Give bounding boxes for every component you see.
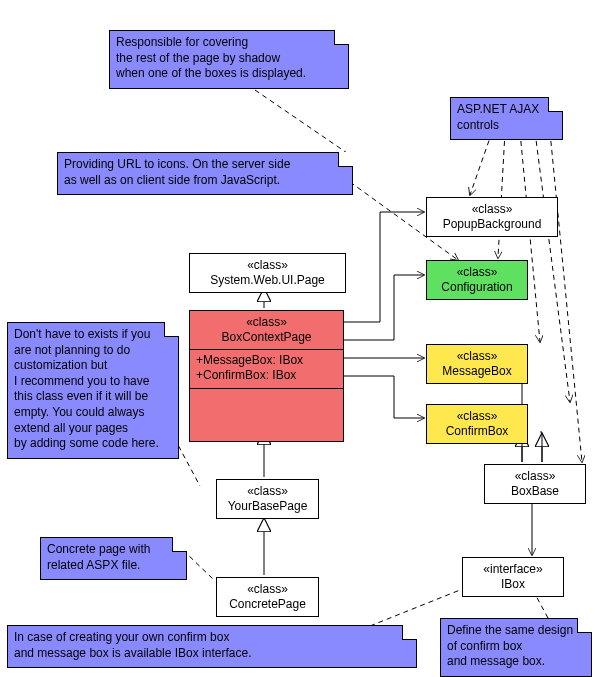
note-fold-icon [577, 618, 592, 633]
class-name: YourBasePage [223, 499, 312, 514]
class-attribute-text: +MessageBox: IBox+ConfirmBox: IBox [196, 353, 303, 382]
note-fold-icon [334, 30, 349, 45]
svg-line-10 [183, 550, 214, 580]
note-text: Providing URL to icons. On the server si… [64, 157, 290, 187]
note-aspx: Concrete page withrelated ASPX file. [40, 537, 187, 580]
svg-line-14 [498, 132, 505, 258]
svg-line-7 [255, 90, 350, 155]
class-name: IBox [469, 577, 557, 592]
class-boxcontextpage: «class» BoxContextPage +MessageBox: IBox… [189, 310, 344, 442]
stereotype: «class» [491, 469, 579, 484]
note-ibox: In case of creating your own confirm box… [7, 625, 417, 668]
stereotype: «class» [433, 349, 521, 364]
note-text: Responsible for coveringthe rest of the … [116, 35, 306, 80]
note-fold-icon [338, 152, 353, 167]
note-design: Define the same designof confirm boxand … [440, 618, 592, 677]
note-customization: Don't have to exists if youare not plann… [7, 322, 179, 459]
class-yourbasepage: «class» YourBasePage [216, 479, 319, 519]
class-name: Configuration [433, 280, 521, 295]
note-fold-icon [548, 97, 563, 112]
note-shadow: Responsible for coveringthe rest of the … [109, 30, 349, 89]
interface-ibox: «interface» IBox [462, 557, 564, 597]
class-name: ConfirmBox [433, 424, 521, 439]
class-boxbase: «class» BoxBase [484, 464, 586, 504]
note-fold-icon [164, 322, 179, 337]
note-fold-icon [172, 537, 187, 552]
class-name: BoxContextPage [196, 330, 337, 345]
note-fold-icon [402, 625, 417, 640]
svg-line-15 [520, 132, 540, 342]
class-system-page: «class» System.Web.UI.Page [189, 253, 346, 293]
stereotype: «class» [196, 258, 339, 273]
note-text: Concrete page withrelated ASPX file. [47, 542, 150, 572]
note-text: Don't have to exists if youare not plann… [14, 327, 159, 450]
stereotype: «interface» [469, 562, 557, 577]
svg-line-12 [535, 594, 548, 618]
svg-line-13 [470, 132, 492, 195]
class-name: PopupBackground [433, 217, 551, 232]
class-name: ConcretePage [223, 597, 312, 612]
stereotype: «class» [196, 315, 337, 330]
stereotype: «class» [433, 202, 551, 217]
class-configuration: «class» Configuration [426, 260, 528, 300]
class-name: BoxBase [491, 484, 579, 499]
note-text: ASP.NET AJAXcontrols [457, 102, 539, 132]
note-ajax: ASP.NET AJAXcontrols [450, 97, 563, 140]
class-name: MessageBox [433, 364, 521, 379]
note-text: In case of creating your own confirm box… [14, 630, 251, 660]
note-icons: Providing URL to icons. On the server si… [57, 152, 353, 195]
stereotype: «class» [223, 582, 312, 597]
class-confirmbox: «class» ConfirmBox [426, 404, 528, 444]
stereotype: «class» [433, 409, 521, 424]
class-concretepage: «class» ConcretePage [216, 577, 319, 617]
class-attributes: +MessageBox: IBox+ConfirmBox: IBox [190, 349, 343, 388]
class-messagebox: «class» MessageBox [426, 344, 528, 384]
class-operations [190, 388, 343, 441]
note-text: Define the same designof confirm boxand … [447, 623, 573, 668]
stereotype: «class» [433, 265, 521, 280]
class-name: System.Web.UI.Page [196, 273, 339, 288]
stereotype: «class» [223, 484, 312, 499]
svg-line-17 [550, 132, 582, 462]
class-popupbackground: «class» PopupBackground [426, 197, 558, 237]
svg-line-16 [535, 132, 570, 402]
